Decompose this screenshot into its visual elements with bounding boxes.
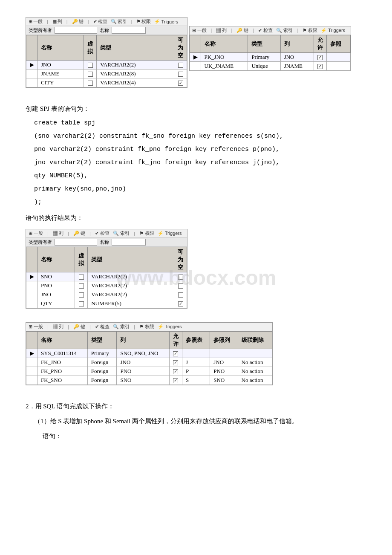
- row-type: VARCHAR2(4): [97, 78, 174, 87]
- toolbar-general-label: 一般: [33, 18, 43, 25]
- row-arrow: [26, 367, 37, 376]
- toolbar-columns-icon: ▦ 列: [52, 18, 62, 25]
- row-arrow: [26, 69, 37, 78]
- row-type: VARCHAR2(2): [88, 290, 174, 299]
- col-arrow: [26, 35, 37, 61]
- table-row: UK_JNAME Unique JNAME: [190, 61, 350, 70]
- section2-heading: 2．用 SQL 语句完成以下操作：: [26, 401, 366, 412]
- t3-check-icon: ✔ 检查: [95, 230, 110, 237]
- row-type: NUMBER(5): [88, 299, 174, 308]
- row-allow: [169, 376, 182, 385]
- row-ref-col: SNO: [210, 376, 238, 385]
- row-col: JNO: [280, 52, 314, 61]
- filter-owner-input[interactable]: [55, 27, 97, 34]
- table-row: JNO VARCHAR2(2): [26, 290, 187, 299]
- t3-filter-name-input[interactable]: [112, 239, 146, 246]
- table4-data: 名称 类型 列 允许 参照表 参照列 级联删除 ▶ SYS_C0011314 P…: [26, 331, 272, 385]
- row-virtual: [75, 272, 88, 281]
- row-cascade: No action: [238, 358, 272, 367]
- col-type: 类型: [97, 35, 174, 61]
- table1-toolbar: ⊞ 一般 | ▦ 列 | 🔑 键 | ✔ 检查 🔍 索引 | ⚑ 权限 ⚡ Tr…: [26, 17, 187, 26]
- t3-filter-name-label: 名称: [100, 239, 109, 246]
- t2-trigger-icon: ⚡ Triggers: [321, 28, 345, 33]
- row-name: JNO: [37, 61, 84, 69]
- filter-name-label: 名称: [100, 27, 109, 34]
- table1-container: ⊞ 一般 | ▦ 列 | 🔑 键 | ✔ 检查 🔍 索引 | ⚑ 权限 ⚡ Tr…: [26, 17, 187, 88]
- row-arrow: [26, 78, 37, 87]
- t3-filter-owner-input[interactable]: [55, 239, 97, 246]
- row-col: JNO: [117, 358, 169, 367]
- row-name: JNAME: [37, 69, 84, 78]
- table-row: ▶ JNO VARCHAR2(2): [26, 61, 187, 69]
- col-ref: 参照: [326, 35, 350, 52]
- row-allow: [314, 52, 326, 61]
- t2-perm-icon: ⚑ 权限: [303, 27, 317, 34]
- toolbar-check-label: 检查: [98, 18, 107, 25]
- row-type: Foreign: [87, 376, 117, 385]
- row-ref: [326, 52, 350, 61]
- row-type: VARCHAR2(2): [97, 61, 174, 69]
- row-arrow: [190, 61, 201, 70]
- row-name: JNO: [37, 290, 75, 299]
- col-ref-table: 参照表: [182, 332, 210, 349]
- code-line-5: primary key(sno,pno,jno): [34, 183, 366, 195]
- row-virtual: [75, 281, 88, 290]
- filter-owner-label: 类型所有者: [29, 27, 52, 34]
- toolbar-check-icon: ✔ 检查: [93, 18, 107, 25]
- row-name: FK_PNO: [37, 367, 88, 376]
- row-virtual: [75, 299, 88, 308]
- table1-header: 名称 虚拟 类型 可为空: [26, 35, 187, 61]
- t4-trigger-icon: ⚡ Triggers: [158, 324, 182, 330]
- row-arrow: [26, 376, 37, 385]
- table-row: CITY VARCHAR2(4): [26, 78, 187, 87]
- row-type: Unique: [248, 61, 280, 70]
- row-arrow: [26, 358, 37, 367]
- t4-search-icon: 🔍 索引: [113, 324, 130, 330]
- table4-toolbar: ⊞ 一般 | ▦ 列 | 🔑 键 | ✔ 检查 🔍 索引 | ⚑ 权限 ⚡ Tr…: [26, 323, 272, 331]
- t4-check-icon: ✔ 检查: [95, 324, 110, 330]
- filter-name-input[interactable]: [112, 27, 146, 34]
- row-allow: [169, 358, 182, 367]
- row-type: Primary: [248, 52, 280, 61]
- row-nullable: [174, 272, 187, 281]
- create-table-line: create table spj: [34, 117, 366, 129]
- row-nullable: [174, 290, 187, 299]
- table2-container: ⊞ 一般 | ▦ 列 | 🔑 键 | ✔ 检查 🔍 索引 | ⚑ 权限 ⚡ Tr…: [189, 26, 351, 71]
- col-col: 列: [117, 332, 169, 349]
- row-arrow: [26, 299, 37, 308]
- col-name: 名称: [37, 247, 75, 272]
- table4-header: 名称 类型 列 允许 参照表 参照列 级联删除: [26, 332, 272, 349]
- t3-search-icon: 🔍 索引: [113, 230, 130, 237]
- row-virtual: [84, 69, 97, 78]
- t3-filter-owner-label: 类型所有者: [29, 239, 52, 246]
- row-type: Foreign: [87, 358, 117, 367]
- table2-data: 名称 类型 列 允许 参照 ▶ PK_JNO Primary JNO UK_JN…: [190, 35, 351, 71]
- row-cascade: No action: [238, 376, 272, 385]
- section2-sub1-label: 语句：: [43, 431, 366, 442]
- col-virtual: 虚拟: [84, 35, 97, 61]
- row-nullable: [174, 299, 187, 308]
- toolbar-trigger-label: Triggers: [161, 19, 178, 24]
- col-cascade: 级联删除: [238, 332, 272, 349]
- row-arrow: ▶: [26, 349, 37, 358]
- col-col: 列: [280, 35, 314, 52]
- row-ref-table: [182, 349, 210, 358]
- table-row: FK_PNO Foreign PNO P PNO No action: [26, 367, 272, 376]
- table3-container: ⊞ 一般 | ▦ 列 | 🔑 键 | ✔ 检查 🔍 索引 | ⚑ 权限 ⚡ Tr…: [26, 229, 187, 309]
- table-row: ▶ SYS_C0011314 Primary SNO, PNO, JNO: [26, 349, 272, 358]
- col-nullable: 可为空: [174, 35, 187, 61]
- table-row: JNAME VARCHAR2(8): [26, 69, 187, 78]
- col-type: 类型: [87, 332, 117, 349]
- col-name: 名称: [201, 35, 248, 52]
- t2-general-icon: ⊞ 一般: [192, 27, 207, 34]
- t3-trigger-icon: ⚡ Triggers: [158, 231, 182, 236]
- code-line-4: qty NUMBER(5),: [34, 170, 366, 182]
- section2-sub1: （1）给 S 表增加 Sphone 和 Semail 两个属性列，分别用来存放供…: [34, 416, 366, 427]
- row-allow: [169, 367, 182, 376]
- row-ref-table: P: [182, 367, 210, 376]
- table2-header: 名称 类型 列 允许 参照: [190, 35, 350, 52]
- table-row: QTY NUMBER(5): [26, 299, 187, 308]
- table-row: ▶ SNO VARCHAR2(2): [26, 272, 187, 281]
- table-row: ▶ PK_JNO Primary JNO: [190, 52, 350, 61]
- code-line-6: );: [34, 197, 366, 208]
